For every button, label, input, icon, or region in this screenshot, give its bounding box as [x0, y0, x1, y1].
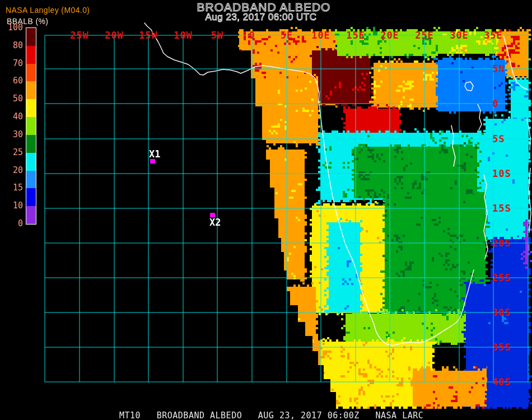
longitude-label: 5E: [281, 30, 293, 41]
colorbar-segment: [26, 135, 36, 153]
colorbar-segment: [26, 64, 36, 82]
colorbar-segment: [26, 46, 36, 64]
coastline: [478, 104, 482, 130]
longitude-label: 20E: [380, 30, 399, 41]
colorbar-tick-label: 0: [18, 218, 23, 228]
colorbar-tick-label: 60: [13, 76, 23, 86]
colorbar-segment: [26, 206, 36, 224]
latitude-label: 35S: [492, 342, 511, 353]
coastline: [503, 35, 528, 90]
coastline: [484, 175, 488, 259]
colorbar-tick-label: 20: [13, 165, 23, 175]
colorbar-segment: [26, 171, 36, 189]
coastlines: [144, 23, 531, 346]
latitude-label: 10S: [492, 168, 511, 179]
colorbar-segment: [26, 99, 36, 117]
colorbar-tick-label: 40: [13, 111, 23, 122]
longitude-label: 10E: [311, 30, 330, 41]
latitude-label: 0: [492, 98, 498, 109]
colorbar-tick-label: 10: [13, 200, 23, 211]
lat-lon-grid: [45, 35, 532, 382]
longitude-label: 15E: [346, 30, 365, 41]
longitude-label: 5W: [211, 30, 223, 41]
colorbar-segment: [26, 28, 36, 46]
colorbar-tick-label: 100: [8, 22, 23, 32]
latitude-label: 30S: [492, 307, 511, 318]
longitude-label: 10W: [174, 30, 193, 41]
longitude-label: 25W: [70, 30, 89, 41]
colorbar-tick-label: 50: [13, 94, 23, 104]
colorbar-segment: [26, 153, 36, 171]
latitude-label: 40S: [492, 376, 511, 388]
latitude-label: 5N: [492, 63, 505, 74]
longitude-label: 25E: [415, 30, 434, 41]
latitude-label: 20S: [492, 237, 511, 249]
colorbar-segment: [26, 188, 36, 206]
status-bar-text: MT10 BROADBAND ALBEDO AUG 23, 2017 06:00…: [119, 410, 423, 420]
site-marker-label: X1: [149, 148, 160, 160]
coastline: [465, 82, 473, 91]
colorbar-tick-labels: 100807060504030252015100: [0, 0, 23, 235]
longitude-label: 35E: [484, 30, 503, 41]
colorbar-segment: [26, 117, 36, 135]
colorbar-tick-label: 30: [13, 129, 23, 139]
colorbar-tick-label: 80: [13, 40, 23, 50]
longitude-label: 20W: [105, 30, 124, 41]
colorbar-tick-label: 15: [13, 183, 23, 193]
longitude-label: 15W: [139, 30, 158, 41]
site-markers: X1X2: [149, 148, 221, 228]
colorbar-tick-label: 70: [13, 58, 23, 68]
map-overlay: 25W20W15W10W5W05E10E15E20E25E30E35E5N05S…: [0, 0, 532, 420]
colorbar-tick-label: 25: [13, 147, 23, 157]
site-marker-label: X2: [209, 217, 221, 228]
satellite-albedo-viewer: 25W20W15W10W5W05E10E15E20E25E30E35E5N05S…: [0, 0, 532, 420]
colorbar-segment: [26, 81, 36, 99]
image-timestamp: Aug 23, 2017 06:00 UTC: [205, 12, 316, 22]
coastline: [529, 168, 531, 232]
longitude-label: 30E: [450, 30, 469, 41]
longitude-label: 0: [249, 30, 255, 41]
latitude-label: 5S: [492, 133, 505, 144]
coastline: [451, 125, 455, 166]
site-marker-square: [150, 159, 155, 164]
coastline: [527, 119, 530, 150]
latitude-label: 25S: [492, 272, 511, 283]
albedo-colorbar: [26, 27, 36, 225]
latitude-label: 15S: [492, 203, 511, 214]
